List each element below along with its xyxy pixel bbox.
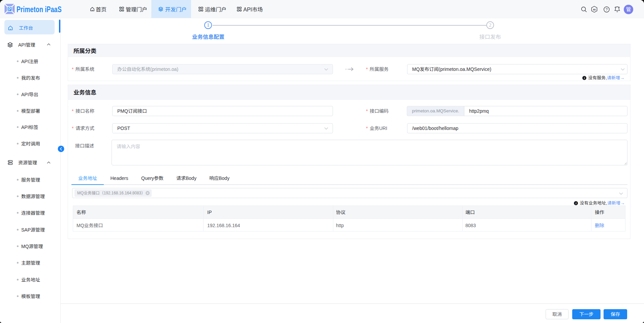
svg-text:P: P xyxy=(8,7,11,11)
svg-text:AI: AI xyxy=(593,8,596,11)
svg-text:?: ? xyxy=(606,7,608,11)
